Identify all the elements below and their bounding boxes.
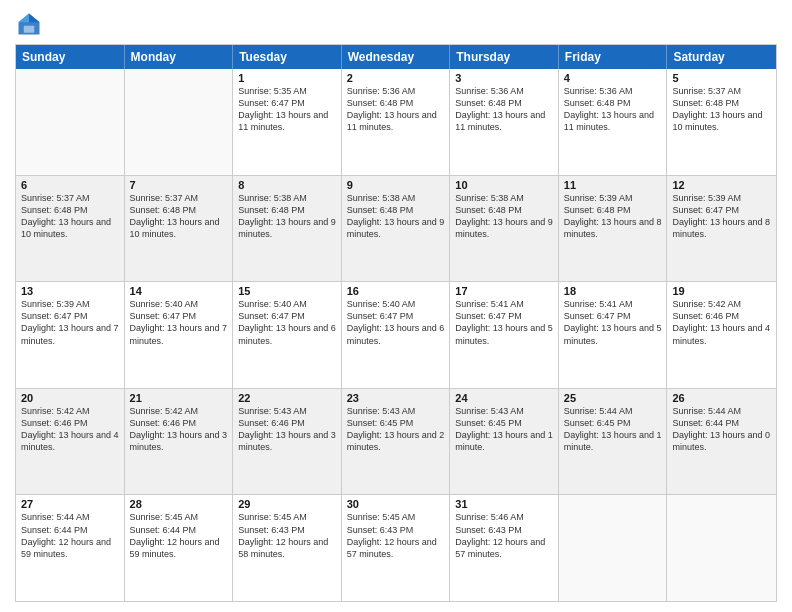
calendar-cell: 4Sunrise: 5:36 AM Sunset: 6:48 PM Daylig… <box>559 69 668 175</box>
logo <box>15 10 47 38</box>
day-number: 22 <box>238 392 336 404</box>
calendar-cell: 14Sunrise: 5:40 AM Sunset: 6:47 PM Dayli… <box>125 282 234 388</box>
calendar-cell: 1Sunrise: 5:35 AM Sunset: 6:47 PM Daylig… <box>233 69 342 175</box>
calendar-cell: 22Sunrise: 5:43 AM Sunset: 6:46 PM Dayli… <box>233 389 342 495</box>
day-info: Sunrise: 5:37 AM Sunset: 6:48 PM Dayligh… <box>672 85 771 134</box>
calendar-cell: 23Sunrise: 5:43 AM Sunset: 6:45 PM Dayli… <box>342 389 451 495</box>
day-number: 16 <box>347 285 445 297</box>
day-number: 29 <box>238 498 336 510</box>
day-number: 18 <box>564 285 662 297</box>
calendar-cell: 13Sunrise: 5:39 AM Sunset: 6:47 PM Dayli… <box>16 282 125 388</box>
calendar-cell: 18Sunrise: 5:41 AM Sunset: 6:47 PM Dayli… <box>559 282 668 388</box>
calendar-cell: 30Sunrise: 5:45 AM Sunset: 6:43 PM Dayli… <box>342 495 451 601</box>
day-info: Sunrise: 5:42 AM Sunset: 6:46 PM Dayligh… <box>672 298 771 347</box>
day-info: Sunrise: 5:40 AM Sunset: 6:47 PM Dayligh… <box>130 298 228 347</box>
calendar-row: 13Sunrise: 5:39 AM Sunset: 6:47 PM Dayli… <box>16 281 776 388</box>
calendar-cell: 19Sunrise: 5:42 AM Sunset: 6:46 PM Dayli… <box>667 282 776 388</box>
day-number: 17 <box>455 285 553 297</box>
calendar-cell: 28Sunrise: 5:45 AM Sunset: 6:44 PM Dayli… <box>125 495 234 601</box>
day-number: 12 <box>672 179 771 191</box>
calendar-cell: 11Sunrise: 5:39 AM Sunset: 6:48 PM Dayli… <box>559 176 668 282</box>
day-info: Sunrise: 5:38 AM Sunset: 6:48 PM Dayligh… <box>347 192 445 241</box>
calendar-cell <box>559 495 668 601</box>
day-number: 11 <box>564 179 662 191</box>
day-of-week-header: Tuesday <box>233 45 342 69</box>
day-info: Sunrise: 5:44 AM Sunset: 6:44 PM Dayligh… <box>672 405 771 454</box>
calendar-row: 20Sunrise: 5:42 AM Sunset: 6:46 PM Dayli… <box>16 388 776 495</box>
day-of-week-header: Sunday <box>16 45 125 69</box>
calendar-cell: 31Sunrise: 5:46 AM Sunset: 6:43 PM Dayli… <box>450 495 559 601</box>
day-number: 26 <box>672 392 771 404</box>
day-number: 25 <box>564 392 662 404</box>
calendar-cell: 25Sunrise: 5:44 AM Sunset: 6:45 PM Dayli… <box>559 389 668 495</box>
calendar-cell: 20Sunrise: 5:42 AM Sunset: 6:46 PM Dayli… <box>16 389 125 495</box>
day-info: Sunrise: 5:45 AM Sunset: 6:44 PM Dayligh… <box>130 511 228 560</box>
day-number: 31 <box>455 498 553 510</box>
day-info: Sunrise: 5:46 AM Sunset: 6:43 PM Dayligh… <box>455 511 553 560</box>
header <box>15 10 777 38</box>
day-number: 20 <box>21 392 119 404</box>
day-info: Sunrise: 5:37 AM Sunset: 6:48 PM Dayligh… <box>130 192 228 241</box>
day-info: Sunrise: 5:35 AM Sunset: 6:47 PM Dayligh… <box>238 85 336 134</box>
day-number: 27 <box>21 498 119 510</box>
calendar-cell: 21Sunrise: 5:42 AM Sunset: 6:46 PM Dayli… <box>125 389 234 495</box>
day-number: 8 <box>238 179 336 191</box>
day-info: Sunrise: 5:36 AM Sunset: 6:48 PM Dayligh… <box>455 85 553 134</box>
page: SundayMondayTuesdayWednesdayThursdayFrid… <box>0 0 792 612</box>
calendar-cell <box>125 69 234 175</box>
calendar-row: 27Sunrise: 5:44 AM Sunset: 6:44 PM Dayli… <box>16 494 776 601</box>
calendar-cell: 3Sunrise: 5:36 AM Sunset: 6:48 PM Daylig… <box>450 69 559 175</box>
day-number: 3 <box>455 72 553 84</box>
day-of-week-header: Saturday <box>667 45 776 69</box>
day-number: 6 <box>21 179 119 191</box>
day-number: 24 <box>455 392 553 404</box>
day-info: Sunrise: 5:41 AM Sunset: 6:47 PM Dayligh… <box>564 298 662 347</box>
calendar-cell: 5Sunrise: 5:37 AM Sunset: 6:48 PM Daylig… <box>667 69 776 175</box>
day-number: 5 <box>672 72 771 84</box>
day-info: Sunrise: 5:36 AM Sunset: 6:48 PM Dayligh… <box>347 85 445 134</box>
svg-rect-3 <box>24 26 35 33</box>
calendar-cell: 7Sunrise: 5:37 AM Sunset: 6:48 PM Daylig… <box>125 176 234 282</box>
day-info: Sunrise: 5:36 AM Sunset: 6:48 PM Dayligh… <box>564 85 662 134</box>
calendar-cell: 15Sunrise: 5:40 AM Sunset: 6:47 PM Dayli… <box>233 282 342 388</box>
day-info: Sunrise: 5:44 AM Sunset: 6:44 PM Dayligh… <box>21 511 119 560</box>
day-number: 14 <box>130 285 228 297</box>
calendar: SundayMondayTuesdayWednesdayThursdayFrid… <box>15 44 777 602</box>
calendar-cell: 17Sunrise: 5:41 AM Sunset: 6:47 PM Dayli… <box>450 282 559 388</box>
day-info: Sunrise: 5:39 AM Sunset: 6:48 PM Dayligh… <box>564 192 662 241</box>
calendar-cell: 2Sunrise: 5:36 AM Sunset: 6:48 PM Daylig… <box>342 69 451 175</box>
svg-marker-2 <box>19 14 30 23</box>
day-of-week-header: Thursday <box>450 45 559 69</box>
day-info: Sunrise: 5:38 AM Sunset: 6:48 PM Dayligh… <box>455 192 553 241</box>
day-number: 1 <box>238 72 336 84</box>
day-number: 30 <box>347 498 445 510</box>
calendar-cell: 9Sunrise: 5:38 AM Sunset: 6:48 PM Daylig… <box>342 176 451 282</box>
calendar-body: 1Sunrise: 5:35 AM Sunset: 6:47 PM Daylig… <box>16 69 776 601</box>
calendar-row: 6Sunrise: 5:37 AM Sunset: 6:48 PM Daylig… <box>16 175 776 282</box>
day-info: Sunrise: 5:45 AM Sunset: 6:43 PM Dayligh… <box>347 511 445 560</box>
calendar-cell: 29Sunrise: 5:45 AM Sunset: 6:43 PM Dayli… <box>233 495 342 601</box>
day-number: 19 <box>672 285 771 297</box>
day-info: Sunrise: 5:44 AM Sunset: 6:45 PM Dayligh… <box>564 405 662 454</box>
calendar-cell: 12Sunrise: 5:39 AM Sunset: 6:47 PM Dayli… <box>667 176 776 282</box>
day-of-week-header: Wednesday <box>342 45 451 69</box>
day-number: 10 <box>455 179 553 191</box>
day-number: 21 <box>130 392 228 404</box>
day-info: Sunrise: 5:39 AM Sunset: 6:47 PM Dayligh… <box>672 192 771 241</box>
day-of-week-header: Monday <box>125 45 234 69</box>
calendar-cell <box>16 69 125 175</box>
day-info: Sunrise: 5:42 AM Sunset: 6:46 PM Dayligh… <box>130 405 228 454</box>
calendar-cell: 27Sunrise: 5:44 AM Sunset: 6:44 PM Dayli… <box>16 495 125 601</box>
calendar-cell: 16Sunrise: 5:40 AM Sunset: 6:47 PM Dayli… <box>342 282 451 388</box>
calendar-cell: 26Sunrise: 5:44 AM Sunset: 6:44 PM Dayli… <box>667 389 776 495</box>
day-info: Sunrise: 5:38 AM Sunset: 6:48 PM Dayligh… <box>238 192 336 241</box>
day-info: Sunrise: 5:40 AM Sunset: 6:47 PM Dayligh… <box>238 298 336 347</box>
logo-icon <box>15 10 43 38</box>
day-number: 9 <box>347 179 445 191</box>
day-number: 23 <box>347 392 445 404</box>
day-number: 13 <box>21 285 119 297</box>
day-number: 4 <box>564 72 662 84</box>
calendar-cell: 10Sunrise: 5:38 AM Sunset: 6:48 PM Dayli… <box>450 176 559 282</box>
day-info: Sunrise: 5:39 AM Sunset: 6:47 PM Dayligh… <box>21 298 119 347</box>
day-number: 28 <box>130 498 228 510</box>
